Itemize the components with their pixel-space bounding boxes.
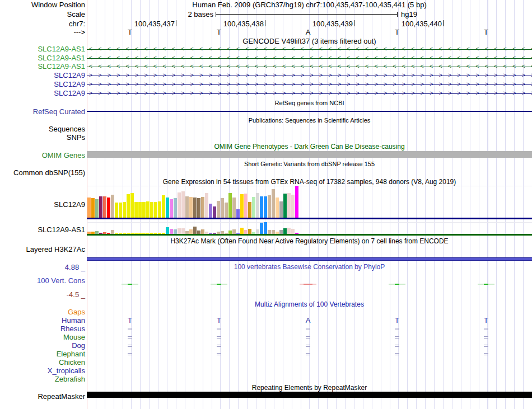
gtex-slc12a9-baseline[interactable] <box>87 218 532 219</box>
gene-label-slc12a9[interactable]: SLC12A9 <box>0 89 85 97</box>
species-label-human[interactable]: Human <box>0 316 85 325</box>
expression-bar[interactable] <box>142 233 146 234</box>
expression-bar[interactable] <box>134 233 138 234</box>
expression-bar[interactable] <box>154 202 157 218</box>
expression-bar[interactable] <box>205 232 208 234</box>
repeatmasker-label[interactable]: RepeatMasker <box>0 392 85 401</box>
expression-bar[interactable] <box>178 228 181 234</box>
expression-bar[interactable] <box>162 195 165 218</box>
expression-bar[interactable] <box>228 231 232 234</box>
expression-bar[interactable] <box>123 233 126 234</box>
expression-bar[interactable] <box>244 230 248 234</box>
expression-bar[interactable] <box>189 197 193 218</box>
expression-bar[interactable] <box>221 231 224 234</box>
expression-bar[interactable] <box>221 198 224 218</box>
expression-bar[interactable] <box>232 229 236 234</box>
expression-bar[interactable] <box>240 228 244 234</box>
expression-bar[interactable] <box>213 233 216 234</box>
omim-genes-label[interactable]: OMIM Genes <box>0 151 85 159</box>
sequences-track-label[interactable]: Sequences <box>0 125 85 133</box>
expression-bar[interactable] <box>260 223 263 234</box>
expression-bar[interactable] <box>268 230 271 234</box>
expression-bar[interactable] <box>103 232 106 234</box>
gene-label-slc12a9[interactable]: SLC12A9 <box>0 71 85 79</box>
expression-bar[interactable] <box>185 196 189 218</box>
expression-bar[interactable] <box>201 197 204 218</box>
expression-bar[interactable] <box>268 195 271 218</box>
expression-bar[interactable] <box>115 203 118 218</box>
species-label-x_tropicalis[interactable]: X_tropicalis <box>0 366 85 375</box>
expression-bar[interactable] <box>91 232 95 234</box>
expression-bar[interactable] <box>279 230 283 234</box>
expression-bar[interactable] <box>236 233 240 234</box>
expression-bar[interactable] <box>166 198 169 218</box>
expression-bar[interactable] <box>174 198 177 218</box>
expression-bar[interactable] <box>95 231 99 234</box>
expression-bar[interactable] <box>228 193 232 218</box>
expression-bar[interactable] <box>174 229 177 234</box>
species-label-elephant[interactable]: Elephant <box>0 350 85 358</box>
expression-bar[interactable] <box>193 227 197 234</box>
expression-bar[interactable] <box>264 222 267 234</box>
expression-bar[interactable] <box>193 198 197 218</box>
expression-bar[interactable] <box>279 201 283 218</box>
omim-gene-bar[interactable] <box>87 151 532 158</box>
expression-bar[interactable] <box>287 228 291 234</box>
expression-bar[interactable] <box>142 202 146 218</box>
species-label-dog[interactable]: Dog <box>0 341 85 350</box>
gene-label-slc12a9[interactable]: SLC12A9 <box>0 80 85 88</box>
vert-cons-label[interactable]: 100 Vert. Cons <box>0 276 85 285</box>
expression-bar[interactable] <box>162 233 165 234</box>
expression-bar[interactable] <box>248 229 251 234</box>
expression-bar[interactable] <box>107 198 110 218</box>
expression-bar[interactable] <box>283 194 287 218</box>
species-label-chicken[interactable]: Chicken <box>0 358 85 366</box>
gtex-slc12a9-as1-label[interactable]: SLC12A9-AS1 <box>0 225 85 234</box>
expression-bar[interactable] <box>185 231 189 234</box>
expression-bar[interactable] <box>209 204 212 218</box>
expression-bar[interactable] <box>146 233 150 234</box>
expression-bar[interactable] <box>295 233 298 234</box>
expression-bar[interactable] <box>181 191 185 218</box>
expression-bar[interactable] <box>256 193 259 218</box>
expression-bar[interactable] <box>130 233 134 234</box>
expression-bar[interactable] <box>209 233 212 234</box>
expression-bar[interactable] <box>107 233 110 234</box>
layered-h3k27ac-label[interactable]: Layered H3K27Ac <box>0 245 85 253</box>
expression-bar[interactable] <box>87 232 91 234</box>
expression-bar[interactable] <box>272 189 275 218</box>
expression-bar[interactable] <box>197 231 200 234</box>
repeatmasker-element-bar[interactable] <box>87 392 532 398</box>
expression-bar[interactable] <box>260 196 263 218</box>
refseq-curated-label[interactable]: RefSeq Curated <box>0 107 85 116</box>
refseq-curated-gene-line[interactable] <box>87 111 532 112</box>
expression-bar[interactable] <box>225 203 228 218</box>
species-label-rhesus[interactable]: Rhesus <box>0 325 85 333</box>
expression-bar[interactable] <box>111 195 114 218</box>
expression-bar[interactable] <box>236 209 240 218</box>
expression-bar[interactable] <box>99 196 102 218</box>
expression-bar[interactable] <box>103 196 106 218</box>
expression-bar[interactable] <box>276 198 279 218</box>
expression-bar[interactable] <box>276 232 279 234</box>
gene-label-slc12a9-as1[interactable]: SLC12A9-AS1 <box>0 62 85 70</box>
expression-bar[interactable] <box>252 197 255 218</box>
expression-bar[interactable] <box>189 229 193 234</box>
expression-bar[interactable] <box>127 233 130 234</box>
expression-bar[interactable] <box>91 198 95 218</box>
expression-bar[interactable] <box>295 186 298 218</box>
expression-bar[interactable] <box>150 202 153 218</box>
expression-bar[interactable] <box>283 228 287 234</box>
expression-bar[interactable] <box>127 194 130 218</box>
expression-bar[interactable] <box>240 194 244 218</box>
expression-bar[interactable] <box>201 229 204 234</box>
expression-bar[interactable] <box>154 233 157 234</box>
expression-bar[interactable] <box>115 233 118 234</box>
gene-label-slc12a9-as1[interactable]: SLC12A9-AS1 <box>0 45 85 53</box>
expression-bar[interactable] <box>217 232 220 234</box>
expression-bar[interactable] <box>111 230 114 234</box>
expression-bar[interactable] <box>291 229 295 234</box>
expression-bar[interactable] <box>166 227 169 234</box>
gtex-slc12a9-label[interactable]: SLC12A9 <box>0 200 85 209</box>
expression-bar[interactable] <box>248 202 251 218</box>
